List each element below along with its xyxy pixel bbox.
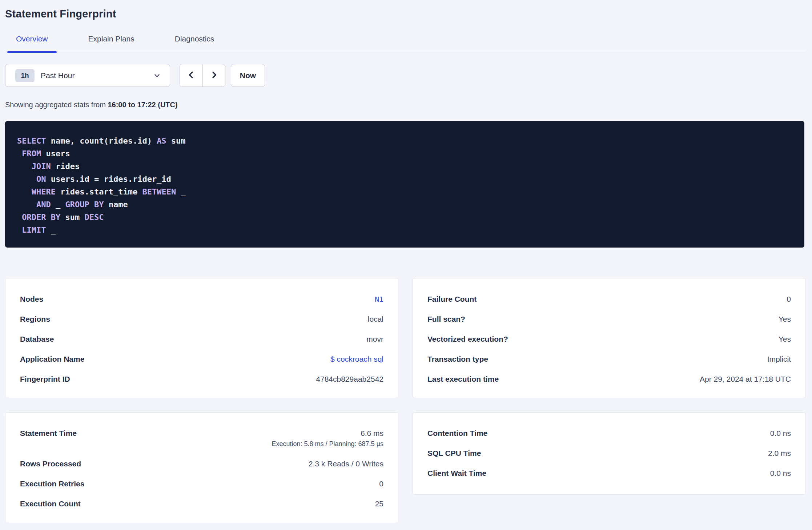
- stat-value: 4784cb829aab2542: [316, 374, 383, 385]
- stat-value-wrap: 0: [379, 478, 383, 489]
- stat-row: Fingerprint ID4784cb829aab2542: [20, 374, 383, 385]
- stat-value-wrap: 2.3 k Reads / 0 Writes: [309, 458, 383, 469]
- chevron-right-icon: [210, 71, 218, 80]
- time-step-group: [180, 64, 225, 87]
- stat-value-wrap: movr: [366, 334, 383, 345]
- stat-value: 0.0 ns: [770, 428, 791, 439]
- chevron-left-icon: [187, 71, 196, 80]
- stat-row: Execution Retries0: [20, 478, 383, 489]
- stat-value: 6.6 ms: [272, 428, 383, 439]
- sql-line: ORDER BY sum DESC: [17, 211, 797, 224]
- statement-time-card: Statement Time6.6 msExecution: 5.8 ms / …: [5, 412, 398, 523]
- stat-label: Failure Count: [427, 294, 477, 305]
- stat-label: Transaction type: [427, 354, 488, 365]
- stat-row: SQL CPU Time2.0 ms: [427, 448, 791, 459]
- stat-label: Full scan?: [427, 314, 465, 325]
- stat-label: Nodes: [20, 294, 43, 305]
- stat-row: Statement Time6.6 msExecution: 5.8 ms / …: [20, 428, 383, 449]
- interval-badge: 1h: [15, 69, 35, 82]
- stat-value: Implicit: [767, 354, 791, 365]
- stat-value-wrap: Yes: [779, 334, 791, 345]
- stat-value-wrap: Implicit: [767, 354, 791, 365]
- page-content: Statement Fingerprint Overview Explain P…: [5, 0, 806, 523]
- stat-row: Application Name$ cockroach sql: [20, 354, 383, 365]
- stat-value-wrap: $ cockroach sql: [330, 354, 383, 365]
- details-cards-row: NodesN1RegionslocalDatabasemovrApplicati…: [5, 278, 806, 398]
- stat-value-link[interactable]: N1: [375, 294, 383, 305]
- stat-label: Statement Time: [20, 428, 77, 439]
- stat-value-wrap: 2.0 ms: [768, 448, 791, 459]
- stat-label: Application Name: [20, 354, 84, 365]
- stat-value-wrap: 0: [787, 294, 791, 305]
- time-range-dropdown[interactable]: 1h Past Hour: [5, 64, 170, 87]
- stat-label: Contention Time: [427, 428, 487, 439]
- statement-details-card: NodesN1RegionslocalDatabasemovrApplicati…: [5, 278, 398, 398]
- stat-row: Last execution timeApr 29, 2024 at 17:18…: [427, 374, 791, 385]
- sql-line: AND _ GROUP BY name: [17, 198, 797, 211]
- stat-row: NodesN1: [20, 294, 383, 305]
- stat-row: Failure Count0: [427, 294, 791, 305]
- stat-value-wrap: Yes: [779, 314, 791, 325]
- stat-row: Rows Processed2.3 k Reads / 0 Writes: [20, 458, 383, 469]
- stat-label: Regions: [20, 314, 50, 325]
- stat-value: 0.0 ns: [770, 468, 791, 479]
- stat-value: 25: [375, 498, 383, 509]
- stat-row: Contention Time0.0 ns: [427, 428, 791, 439]
- tab-explain-plans[interactable]: Explain Plans: [80, 35, 143, 52]
- stat-value-link[interactable]: $ cockroach sql: [330, 354, 383, 365]
- stat-label: SQL CPU Time: [427, 448, 481, 459]
- stat-row: Transaction typeImplicit: [427, 354, 791, 365]
- time-range-label: Past Hour: [41, 71, 75, 80]
- stat-value: local: [368, 314, 383, 325]
- stats-note-range: 16:00 to 17:22 (UTC): [108, 101, 177, 109]
- sql-line: JOIN rides: [17, 160, 797, 173]
- stat-value: 0: [379, 478, 383, 489]
- stat-label: Rows Processed: [20, 458, 81, 469]
- contention-card: Contention Time0.0 nsSQL CPU Time2.0 msC…: [413, 412, 806, 495]
- stats-range-note: Showing aggregated stats from 16:00 to 1…: [5, 101, 806, 109]
- stat-row: Databasemovr: [20, 334, 383, 345]
- stat-value: movr: [366, 334, 383, 345]
- stat-label: Database: [20, 334, 54, 345]
- tab-diagnostics[interactable]: Diagnostics: [166, 35, 223, 52]
- stat-value: Yes: [779, 334, 791, 345]
- stat-label: Execution Count: [20, 498, 81, 509]
- sql-line: SELECT name, count(rides.id) AS sum: [17, 134, 797, 147]
- stat-value-wrap: N1: [375, 294, 383, 305]
- chevron-down-icon: [153, 72, 161, 80]
- stat-value-wrap: 25: [375, 498, 383, 509]
- stat-row: Client Wait Time0.0 ns: [427, 468, 791, 479]
- stat-row: Regionslocal: [20, 314, 383, 325]
- stat-label: Fingerprint ID: [20, 374, 70, 385]
- stat-label: Client Wait Time: [427, 468, 486, 479]
- stat-row: Full scan?Yes: [427, 314, 791, 325]
- sql-line: LIMIT _: [17, 224, 797, 236]
- stat-label: Execution Retries: [20, 478, 84, 489]
- time-controls: 1h Past Hour Now: [5, 64, 806, 87]
- tab-bar: Overview Explain Plans Diagnostics: [5, 35, 806, 52]
- stat-value-wrap: local: [368, 314, 383, 325]
- stat-value-wrap: 0.0 ns: [770, 468, 791, 479]
- next-time-button[interactable]: [202, 64, 225, 87]
- stat-value-wrap: 4784cb829aab2542: [316, 374, 383, 385]
- stat-value: 2.0 ms: [768, 448, 791, 459]
- stat-row: Vectorized execution?Yes: [427, 334, 791, 345]
- stat-value: 2.3 k Reads / 0 Writes: [309, 458, 383, 469]
- stat-value: Yes: [779, 314, 791, 325]
- stat-label: Vectorized execution?: [427, 334, 508, 345]
- sql-line: ON users.id = rides.rider_id: [17, 173, 797, 185]
- stat-subvalue: Execution: 5.8 ms / Planning: 687.5 µs: [272, 439, 383, 449]
- stat-value: 0: [787, 294, 791, 305]
- stat-value-wrap: Apr 29, 2024 at 17:18 UTC: [700, 374, 791, 385]
- stat-row: Execution Count25: [20, 498, 383, 509]
- sql-line: FROM users: [17, 147, 797, 160]
- prev-time-button[interactable]: [180, 64, 202, 87]
- stat-label: Last execution time: [427, 374, 499, 385]
- now-button[interactable]: Now: [231, 64, 265, 87]
- sql-line: WHERE rides.start_time BETWEEN _: [17, 185, 797, 198]
- timing-cards-row: Statement Time6.6 msExecution: 5.8 ms / …: [5, 412, 806, 523]
- stats-note-prefix: Showing aggregated stats from: [5, 101, 108, 109]
- tab-overview[interactable]: Overview: [7, 35, 57, 52]
- execution-attributes-card: Failure Count0Full scan?YesVectorized ex…: [413, 278, 806, 398]
- stat-value-wrap: 6.6 msExecution: 5.8 ms / Planning: 687.…: [272, 428, 383, 449]
